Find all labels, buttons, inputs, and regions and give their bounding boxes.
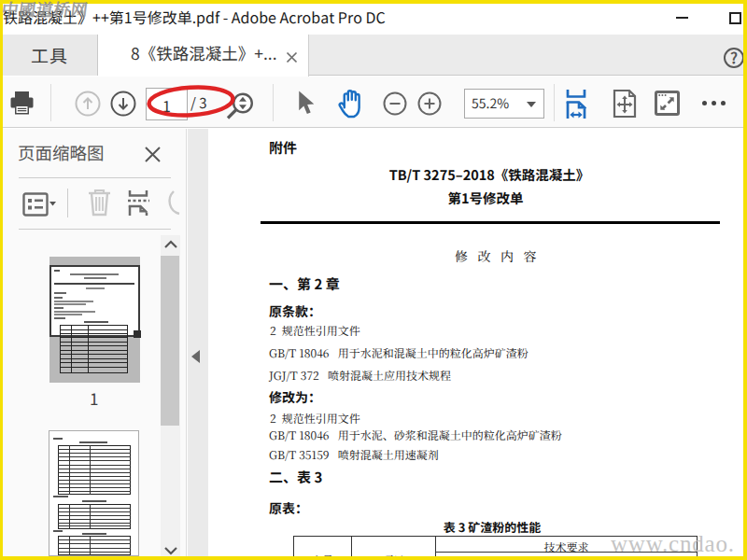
svg-text:?: ? <box>730 47 738 68</box>
